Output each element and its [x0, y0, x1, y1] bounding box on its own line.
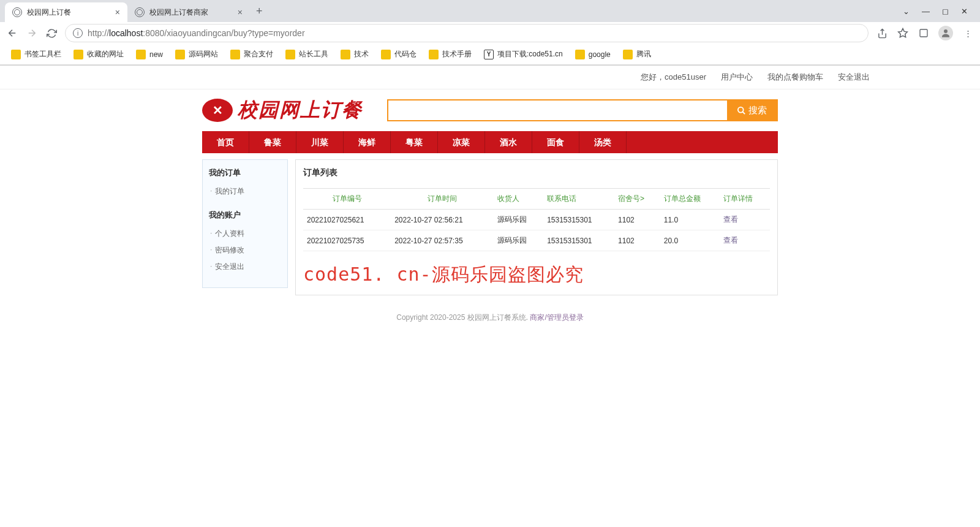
- admin-login-link[interactable]: 商家/管理员登录: [530, 313, 583, 322]
- th-phone: 联系电话: [543, 189, 614, 210]
- bookmarks-bar: 书签工具栏 收藏的网址 new 源码网站 聚合支付 站长工具 技术 代码仓 技术…: [0, 44, 980, 65]
- info-icon[interactable]: i: [73, 28, 83, 38]
- y-icon: Y: [484, 50, 494, 59]
- maximize-icon[interactable]: ◻: [942, 7, 949, 16]
- order-table: 订单编号 订单时间 收货人 联系电话 宿舍号> 订单总金额 订单详情 20221…: [303, 188, 770, 251]
- greeting-text: 您好，code51user: [641, 72, 706, 83]
- sidebar-item-logout[interactable]: 安全退出: [209, 259, 281, 275]
- view-detail-link[interactable]: 查看: [723, 215, 738, 224]
- main-content: 订单列表 订单编号 订单时间 收货人 联系电话 宿舍号> 订单总金额 订单详情: [295, 159, 778, 295]
- bookmark-item[interactable]: google: [570, 47, 616, 62]
- share-icon[interactable]: [876, 27, 888, 39]
- nav-item[interactable]: 川菜: [296, 131, 344, 153]
- th-total: 订单总金额: [660, 189, 720, 210]
- cell-phone: 15315315301: [543, 230, 614, 251]
- cell-phone: 15315315301: [543, 210, 614, 230]
- site-logo[interactable]: 校园网上订餐: [202, 97, 363, 124]
- cell-dorm: 1102: [614, 230, 660, 251]
- header-area: 校园网上订餐 搜索: [202, 89, 778, 131]
- bookmark-item[interactable]: 代码仓: [376, 47, 421, 62]
- bookmark-item[interactable]: 技术: [336, 47, 374, 62]
- chevron-down-icon[interactable]: ⌄: [903, 7, 910, 16]
- url-bar[interactable]: i http://localhost:8080/xiaoyuandingcan/…: [65, 24, 869, 42]
- nav-item[interactable]: 面食: [532, 131, 579, 153]
- globe-icon: [135, 7, 145, 17]
- sidebar-group-title: 我的订单: [209, 167, 281, 178]
- sidebar-item-profile[interactable]: 个人资料: [209, 226, 281, 242]
- th-dorm: 宿舍号>: [614, 189, 660, 210]
- close-icon[interactable]: ×: [115, 7, 120, 17]
- bookmark-item[interactable]: new: [131, 47, 168, 62]
- search-button[interactable]: 搜索: [727, 100, 777, 120]
- folder-icon: [175, 50, 185, 59]
- svg-point-3: [738, 107, 744, 112]
- cell-dorm: 1102: [614, 210, 660, 230]
- browser-tab-inactive[interactable]: 校园网上订餐商家 ×: [127, 2, 250, 22]
- svg-marker-0: [899, 29, 908, 37]
- table-row: 20221027025735 2022-10-27 02:57:35 源码乐园 …: [303, 230, 770, 251]
- folder-icon: [381, 50, 391, 59]
- url-text: http://localhost:8080/xiaoyuandingcan/bu…: [88, 28, 861, 38]
- bookmark-item[interactable]: 聚合支付: [225, 47, 278, 62]
- folder-icon: [136, 50, 146, 59]
- cell-receiver: 源码乐园: [494, 230, 543, 251]
- close-window-icon[interactable]: ✕: [961, 7, 968, 16]
- sidebar-item-password[interactable]: 密码修改: [209, 242, 281, 259]
- user-center-link[interactable]: 用户中心: [721, 72, 753, 83]
- nav-item[interactable]: 凉菜: [438, 131, 485, 153]
- forward-icon[interactable]: [26, 27, 38, 39]
- sidebar: 我的订单 我的订单 我的账户 个人资料 密码修改 安全退出: [202, 159, 288, 288]
- copyright-text: Copyright 2020-2025 校园网上订餐系统.: [396, 313, 528, 322]
- th-order-id: 订单编号: [303, 189, 391, 210]
- nav-home[interactable]: 首页: [202, 131, 249, 153]
- profile-avatar[interactable]: [938, 26, 953, 40]
- cell-receiver: 源码乐园: [494, 210, 543, 230]
- search-icon: [737, 106, 746, 115]
- bookmark-item[interactable]: 技术手册: [424, 47, 477, 62]
- nav-bar: i http://localhost:8080/xiaoyuandingcan/…: [0, 22, 980, 44]
- window-controls: ⌄ — ◻ ✕: [903, 7, 975, 16]
- content-title: 订单列表: [303, 167, 770, 178]
- folder-icon: [11, 50, 21, 59]
- logo-text: 校园网上订餐: [238, 97, 363, 124]
- cell-detail: 查看: [720, 230, 770, 251]
- nav-item[interactable]: 海鲜: [344, 131, 391, 153]
- search-box: 搜索: [387, 99, 778, 121]
- page-content: 您好，code51user 用户中心 我的点餐购物车 安全退出 校园网上订餐 搜…: [0, 66, 980, 340]
- bookmark-item[interactable]: 收藏的网址: [69, 47, 129, 62]
- bookmark-item[interactable]: Y项目下载:code51.cn: [479, 47, 568, 62]
- folder-icon: [285, 50, 295, 59]
- logout-link[interactable]: 安全退出: [838, 72, 870, 83]
- reload-icon[interactable]: [45, 27, 58, 39]
- browser-tab-active[interactable]: 校园网上订餐 ×: [5, 2, 127, 22]
- back-icon[interactable]: [6, 27, 18, 39]
- bookmark-item[interactable]: 站长工具: [281, 47, 333, 62]
- sidebar-item-my-orders[interactable]: 我的订单: [209, 183, 281, 200]
- search-input[interactable]: [388, 100, 727, 120]
- bookmark-item[interactable]: 源码网站: [170, 47, 223, 62]
- cell-order-time: 2022-10-27 02:56:21: [391, 210, 494, 230]
- footer: Copyright 2020-2025 校园网上订餐系统. 商家/管理员登录: [0, 295, 980, 340]
- bookmark-item[interactable]: 腾讯: [618, 47, 656, 62]
- bookmark-item[interactable]: 书签工具栏: [6, 47, 66, 62]
- tab-title: 校园网上订餐: [27, 7, 110, 18]
- extensions-icon[interactable]: [918, 27, 930, 39]
- cell-total: 20.0: [660, 230, 720, 251]
- menu-icon[interactable]: ⋮: [962, 27, 974, 39]
- view-detail-link[interactable]: 查看: [723, 236, 738, 245]
- nav-item[interactable]: 汤类: [579, 131, 627, 153]
- browser-chrome: 校园网上订餐 × 校园网上订餐商家 × + ⌄ — ◻ ✕ i http:/: [0, 0, 980, 66]
- cart-link[interactable]: 我的点餐购物车: [767, 72, 823, 83]
- svg-point-2: [944, 29, 948, 33]
- star-icon[interactable]: [897, 27, 909, 39]
- folder-icon: [74, 50, 83, 59]
- new-tab-button[interactable]: +: [250, 5, 269, 18]
- nav-item[interactable]: 鲁菜: [249, 131, 296, 153]
- minimize-icon[interactable]: —: [922, 7, 930, 16]
- tab-title: 校园网上订餐商家: [149, 7, 233, 18]
- folder-icon: [230, 50, 240, 59]
- nav-menu: 首页 鲁菜 川菜 海鲜 粤菜 凉菜 酒水 面食 汤类: [202, 131, 778, 153]
- close-icon[interactable]: ×: [238, 7, 243, 17]
- nav-item[interactable]: 粤菜: [391, 131, 438, 153]
- nav-item[interactable]: 酒水: [485, 131, 532, 153]
